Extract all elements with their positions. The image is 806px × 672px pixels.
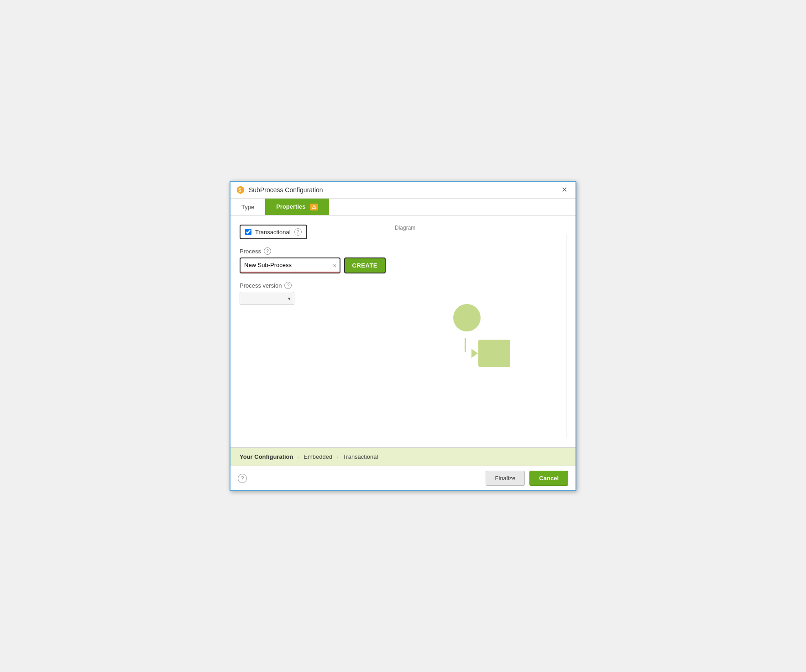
transactional-label: Transactional <box>255 229 291 236</box>
config-text: Your Configuration · Embedded · Transact… <box>240 453 378 460</box>
process-input-wrapper: × <box>240 257 340 273</box>
process-version-section: Process version ? ▾ <box>240 282 386 305</box>
process-input[interactable] <box>241 258 340 273</box>
dialog-title: SubProcess Configuration <box>249 186 323 194</box>
tabs-bar: Type Properties ⚠ <box>230 199 576 215</box>
diagram-arrowhead <box>471 349 478 358</box>
config-footer: Your Configuration · Embedded · Transact… <box>230 447 576 466</box>
process-version-label: Process version ? <box>240 282 386 289</box>
properties-warning-badge: ⚠ <box>310 204 318 210</box>
tab-properties[interactable]: Properties ⚠ <box>265 199 329 215</box>
cancel-button[interactable]: Cancel <box>529 471 568 486</box>
finalize-button[interactable]: Finalize <box>486 471 525 486</box>
create-button[interactable]: CREATE <box>344 257 386 273</box>
left-panel: Transactional ? Process ? × CREATE <box>240 225 386 438</box>
diagram-label: Diagram <box>395 225 566 231</box>
version-select-wrapper: ▾ <box>240 292 294 305</box>
diagram-content <box>440 299 522 373</box>
config-transactional: Transactional <box>343 453 378 460</box>
right-panel: Diagram <box>395 225 566 438</box>
process-help-icon[interactable]: ? <box>264 247 271 255</box>
process-row: × CREATE <box>240 257 386 273</box>
diagram-start-node <box>453 304 481 331</box>
process-clear-button[interactable]: × <box>333 262 336 269</box>
tab-type[interactable]: Type <box>230 199 265 215</box>
diagram-connector <box>465 338 466 352</box>
subprocess-config-dialog: S SubProcess Configuration ✕ Type Proper… <box>230 181 576 491</box>
svg-text:S: S <box>238 188 241 193</box>
config-sep2: · <box>337 453 339 460</box>
close-button[interactable]: ✕ <box>559 185 570 194</box>
app-icon: S <box>236 185 245 194</box>
title-bar-left: S SubProcess Configuration <box>236 185 323 194</box>
transactional-help-icon[interactable]: ? <box>294 228 302 236</box>
bottom-right: Finalize Cancel <box>486 471 568 486</box>
config-embedded: Embedded <box>304 453 332 460</box>
process-label: Process ? <box>240 247 386 255</box>
config-prefix: Your Configuration <box>240 453 293 460</box>
version-help-icon[interactable]: ? <box>284 282 292 289</box>
version-select[interactable] <box>240 292 294 305</box>
bottom-help-icon[interactable]: ? <box>238 474 247 483</box>
transactional-checkbox[interactable] <box>245 229 251 235</box>
config-sep1: · <box>298 453 299 460</box>
process-section: Process ? × CREATE <box>240 247 386 273</box>
main-content: Transactional ? Process ? × CREATE <box>230 215 576 447</box>
transactional-row: Transactional ? <box>240 225 307 239</box>
bottom-bar: ? Finalize Cancel <box>230 466 576 490</box>
title-bar: S SubProcess Configuration ✕ <box>230 182 576 199</box>
diagram-task-node <box>478 340 510 367</box>
diagram-area <box>395 234 566 438</box>
